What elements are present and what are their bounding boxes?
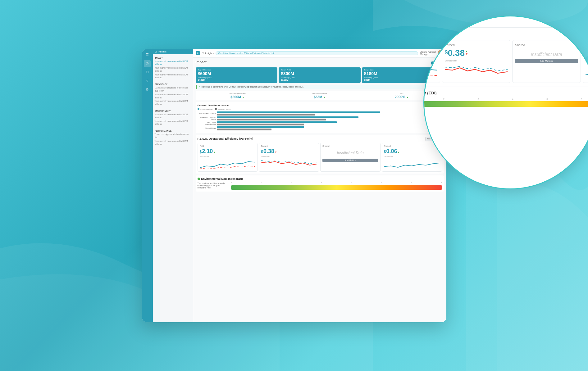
bar-row-0: Total marketing leads 420 300	[198, 111, 442, 115]
zoom-peso-section: P.E.S.O. Operational Efficiency (Per Poi…	[423, 27, 588, 83]
zoom-owned-value: $ 0.06 ▲ ▼	[586, 48, 588, 58]
bar-row-2: MQL Sales opportunities 230 200	[198, 121, 442, 125]
edi-description: The environment is currently extremely g…	[198, 182, 229, 189]
edi-status-dot	[198, 178, 200, 180]
nav-section-efficiency: EFFICIENCY 10 plans are projected to dec…	[153, 81, 193, 107]
nav-item-eff-2[interactable]: Your overall value created is $50M milli…	[155, 93, 191, 100]
zoom-earned-sparkline	[445, 64, 508, 79]
page-icon: ◷	[202, 52, 204, 55]
kpi-profit-label: Target Profit	[281, 69, 358, 71]
zoom-bar-chart-section: Qualified Leads 480 410 340 MQL Sales Op…	[423, 16, 588, 27]
nav-item-perf-2[interactable]: Your overall value created is $50M milli…	[155, 139, 191, 146]
sidebar-menu-icon[interactable]: ☰	[144, 52, 151, 58]
zoom-bar-2-current	[423, 16, 491, 18]
bar-label-3: Closed Deals	[198, 127, 216, 129]
zoom-paid-benchmark: Benchmark	[423, 59, 437, 62]
stat-revenue-value: $660M ▲	[197, 95, 278, 99]
zoom-edi-content: The environment is currently extremely g…	[423, 98, 588, 110]
bar-3-previous	[217, 129, 271, 130]
zoom-edi-bar	[423, 101, 588, 107]
zoom-edi-section: Environmental Data Index (EDI) The envir…	[423, 87, 588, 110]
zoom-owned-sparkline	[586, 64, 588, 79]
add-metrics-button[interactable]: Add Metrics	[322, 159, 378, 162]
chart-legend: Current Period Previous Period	[198, 108, 442, 110]
nav-item-impact-3[interactable]: Your overall value created is $50M milli…	[155, 73, 191, 80]
legend-current: Current Period	[198, 108, 213, 110]
zoom-paid-sparkline	[423, 64, 437, 79]
peso-card-earned: Earned $ 0.38 ▼ Benchmark	[259, 143, 319, 172]
sidebar-clock-icon[interactable]: ◷	[144, 60, 151, 67]
left-nav-icon: ◷	[155, 50, 157, 53]
sidebar-question-icon[interactable]: ?	[144, 78, 151, 84]
zoom-edi-chart: 12345678	[423, 98, 588, 110]
page-title: Insights	[205, 52, 214, 55]
zoom-add-metrics-button[interactable]: Add Metrics	[515, 59, 578, 63]
bar-3-current	[217, 126, 304, 128]
impact-section-title: Impact	[196, 60, 207, 64]
nav-section-environment: ENVIRONMENT Your overall value created i…	[153, 107, 193, 127]
nav-item-perf-1[interactable]: There is a high correlation between Pa..…	[155, 133, 191, 139]
kpi-revenue-sub-label: Marketing Quota	[198, 77, 276, 79]
kpi-profit-sub-label: Marketing Quota	[281, 77, 358, 79]
zoom-paid-label: Paid	[423, 43, 437, 47]
left-nav-title: Insights	[158, 50, 167, 53]
owned-arrow-icon: ▲	[397, 151, 400, 154]
earned-sparkline	[261, 159, 317, 170]
nav-item-eff-1[interactable]: 10 plans are projected to decrease due t…	[155, 86, 191, 93]
sidebar: ☰ ◷ ↻ ? ⚙	[142, 49, 153, 322]
bar-3-bars	[217, 126, 435, 130]
kpi-card-revenue: Target Revenue $600M Marketing Quota $42…	[196, 67, 278, 83]
zoom-edi-scale: 12345678	[423, 98, 588, 101]
left-navigation: ◷ Insights IMPACT Your overall value cre…	[153, 49, 193, 322]
zoom-circle-overlay: Qualified Leads 480 410 340 MQL Sales Op…	[423, 16, 588, 189]
zoom-bars-2	[423, 16, 588, 22]
nav-item-eff-3[interactable]: Your overall value created is $50M milli…	[155, 99, 191, 106]
stat-budget-arrow: ▲	[323, 96, 326, 99]
zoom-shared-label: Shared	[515, 43, 578, 47]
earned-arrow-icon: ▼	[275, 151, 277, 154]
main-dashboard-card: ☰ ◷ ↻ ? ⚙ ◷ Insights IMPACT Your overall…	[142, 49, 446, 322]
zoom-card-owned: Owned $ 0.06 ▲ ▼ Benchmark	[583, 40, 588, 83]
kpi-cards-row: Target Revenue $600M Marketing Quota $42…	[196, 67, 444, 83]
revenue-notification: ✓ Revenue is performing well. Consult th…	[196, 85, 444, 89]
bar-2-bars	[217, 121, 435, 125]
owned-benchmark: Benchmark	[384, 156, 440, 157]
zoom-edi-header: Environmental Data Index (EDI)	[423, 91, 588, 95]
stat-roi-arrow: ▲	[406, 96, 409, 99]
edi-bar	[231, 185, 442, 190]
zoom-paid-value: $ 2.10 ▲ ▼	[423, 48, 437, 58]
sidebar-refresh-icon[interactable]: ↻	[144, 69, 151, 76]
nav-section-impact-title: IMPACT	[155, 57, 191, 59]
bar-label-2: MQL Sales opportunities	[198, 121, 216, 125]
paid-label: Paid	[200, 145, 256, 147]
paid-arrow-icon: ▲	[213, 151, 216, 154]
stat-budget-value: $33M ▲	[279, 95, 360, 99]
check-icon: ✓	[198, 86, 200, 88]
earned-label: Earned	[261, 145, 317, 147]
paid-benchmark: Benchmark	[200, 156, 256, 157]
nav-item-env-1[interactable]: Your overall value created is $50M milli…	[155, 113, 191, 120]
nav-item-env-2[interactable]: Your overall value created is $50M milli…	[155, 120, 191, 126]
nav-item-impact-2[interactable]: Your overall value created is $50M milli…	[155, 66, 191, 73]
stat-budget-label: Marketing Budget	[279, 93, 360, 94]
peso-card-owned: Owned $ 0.06 ▲ Benchmark	[382, 143, 442, 172]
zoom-card-shared: Shared Insufficient Data Add Metrics	[512, 40, 581, 83]
stat-budget: Marketing Budget $33M ▲	[279, 93, 360, 99]
zoom-edi-title: Environmental Data Index (EDI)	[423, 91, 437, 95]
legend-previous: Previous Period	[215, 108, 231, 110]
kpi-revenue-sub-value: $420M	[198, 79, 276, 81]
bar-0-current	[217, 111, 381, 113]
zoom-earned-benchmark: Benchmark	[445, 59, 508, 62]
sidebar-settings-icon[interactable]: ⚙	[144, 86, 151, 93]
earned-value: $ 0.38 ▼	[261, 148, 317, 155]
peso-title: P.E.S.O. Operational Efficiency (Per Poi…	[198, 137, 253, 140]
zoom-earned-down-icon: ▼	[465, 53, 468, 56]
demand-gen-section: Demand Gen Performance Current Period Pr…	[196, 102, 444, 133]
peso-section-small: P.E.S.O. Operational Efficiency (Per Poi…	[196, 135, 444, 174]
peso-card-paid: Paid $ 2.10 ▲ Benchmark	[198, 143, 258, 172]
nav-item-impact-1[interactable]: Your overall value created is $50M milli…	[155, 60, 191, 66]
owned-value: $ 0.06 ▲	[384, 148, 440, 155]
zoom-earned-value: $ 0.38 ▲ ▼	[445, 48, 508, 58]
legend-previous-dot	[215, 108, 217, 110]
kpi-profit-value: $300M	[281, 71, 358, 76]
